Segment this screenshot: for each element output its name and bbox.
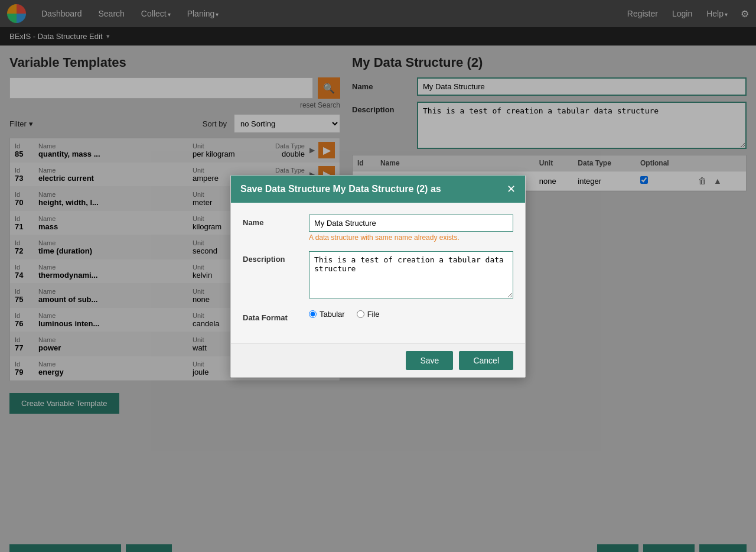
modal-name-label: Name (243, 215, 302, 227)
modal-save-button[interactable]: Save (406, 351, 453, 370)
modal-desc-group: This is a test of creation a tabular dat… (309, 251, 513, 300)
modal-format-options: Tabular File (309, 310, 380, 319)
save-as-modal: Save Data Structure My Data Structure (2… (230, 175, 526, 378)
modal-overlay: Save Data Structure My Data Structure (2… (0, 0, 756, 552)
modal-name-input[interactable] (309, 215, 513, 232)
modal-name-group: A data structure with same name already … (309, 215, 513, 242)
modal-close-button[interactable]: ✕ (507, 183, 516, 196)
radio-tabular-label: Tabular (320, 310, 345, 319)
modal-desc-label: Description (243, 251, 302, 264)
modal-radio-file: File (357, 310, 380, 319)
modal-name-row: Name A data structure with same name alr… (243, 215, 513, 242)
modal-format-row: Data Format Tabular File (243, 310, 513, 322)
modal-title: Save Data Structure My Data Structure (2… (240, 184, 441, 194)
radio-file-label: File (367, 310, 380, 319)
modal-body: Name A data structure with same name alr… (231, 203, 525, 343)
radio-tabular[interactable] (309, 310, 317, 318)
modal-header: Save Data Structure My Data Structure (2… (231, 176, 525, 203)
modal-footer: Save Cancel (231, 343, 525, 377)
modal-format-label: Data Format (243, 310, 302, 322)
modal-cancel-button[interactable]: Cancel (459, 351, 513, 370)
modal-name-error: A data structure with same name already … (309, 233, 513, 242)
modal-desc-textarea[interactable]: This is a test of creation a tabular dat… (309, 251, 513, 298)
modal-desc-row: Description This is a test of creation a… (243, 251, 513, 300)
modal-radio-tabular: Tabular (309, 310, 345, 319)
radio-file[interactable] (357, 310, 364, 318)
